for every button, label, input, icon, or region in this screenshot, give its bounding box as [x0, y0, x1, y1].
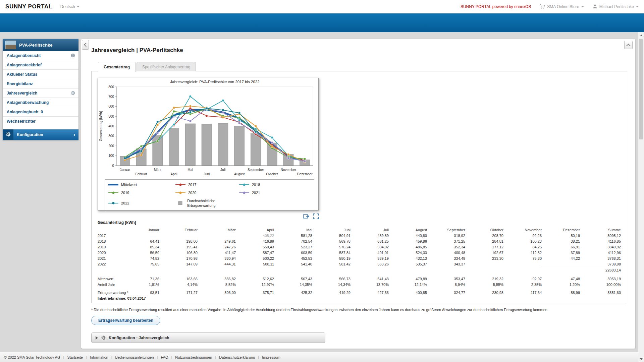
sunny-portal-logo[interactable]: SUNNY PORTAL: [5, 3, 52, 10]
table-cell: 71,36: [121, 276, 159, 282]
column-header: Juni: [312, 227, 351, 233]
svg-text:Jahresvergleich: PVA-Perlitsch: Jahresvergleich: PVA-Perlitschke von 201…: [170, 80, 259, 84]
legend-item-2019[interactable]: 2019: [108, 190, 175, 195]
legend-label: 2019: [121, 190, 129, 195]
table-cell: 3953,19: [580, 276, 621, 282]
column-header: [98, 227, 121, 233]
legend-item-2018[interactable]: 2018: [239, 182, 311, 187]
collapse-sidebar-button[interactable]: [82, 40, 89, 50]
table-cell: 163,66: [159, 276, 198, 282]
chart-legend: Mittelwert201720182019202020212022Durchs…: [105, 179, 314, 210]
sidebar-item-label: Jahresvergleich: [7, 91, 37, 96]
user-icon: [593, 4, 597, 10]
footer-link-impressum[interactable]: Impressum: [262, 355, 280, 359]
config-panel-toggle[interactable]: Konfiguration - Jahresvergleich: [91, 333, 325, 343]
table-cell: 74,82: [121, 255, 159, 261]
grand-total-row: 22683,14: [98, 267, 621, 273]
sidebar-item-anlagenüberwachung[interactable]: Anlagenüberwachung: [3, 98, 78, 107]
tab-spezifischer-anlagenertrag[interactable]: Spezifischer Anlagenertrag: [137, 62, 196, 71]
legend-item-mittelwert[interactable]: Mittelwert: [108, 182, 175, 187]
table-cell: 38,21: [542, 238, 580, 244]
footer-link-information[interactable]: Information: [90, 355, 108, 359]
footer-link-bedienungsanleitungen[interactable]: Bedienungsanleitungen: [115, 355, 154, 359]
scrollbar-thumb[interactable]: [639, 39, 643, 139]
plant-name: PVA-Perlitschke: [19, 43, 52, 48]
table-cell: 489,89: [351, 233, 389, 238]
svg-text:Gesamtertrag [kWh]: Gesamtertrag [kWh]: [99, 111, 103, 141]
sidebar-item-konfiguration[interactable]: Konfiguration ›: [3, 129, 78, 140]
collapse-left-icon: [84, 43, 88, 47]
table-cell: 587,47: [236, 250, 274, 255]
sidebar-item-wechselrichter[interactable]: Wechselrichter: [3, 117, 78, 126]
chevron-down-icon: [581, 6, 584, 7]
table-cell: 576,24: [312, 244, 351, 250]
sidebar-item-aktueller-status[interactable]: Aktueller Status: [3, 70, 78, 79]
table-cell: 550,43: [236, 244, 274, 250]
legend-label: 2022: [121, 201, 129, 205]
plant-header[interactable]: PVA-Perlitschke: [3, 39, 78, 51]
table-cell: 50,19: [542, 233, 580, 238]
store-label: SMA Online Store: [547, 4, 579, 9]
online-store-menu[interactable]: SMA Online Store: [540, 4, 584, 10]
legend-label: Durchschnittliche Ertragserwartung: [187, 198, 239, 208]
legend-item-durchschnittliche-ertragserwartung[interactable]: Durchschnittliche Ertragserwartung: [175, 198, 239, 208]
footer-link-faq[interactable]: FAQ: [161, 355, 168, 359]
user-menu[interactable]: Michael Perlitschke: [593, 4, 639, 10]
legend-label: Mittelwert: [121, 182, 137, 187]
table-cell: 177,12: [465, 244, 503, 250]
sidebar-item-anlagenlogbuch-0[interactable]: Anlagenlogbuch: 0: [3, 107, 78, 117]
legend-item-2017[interactable]: 2017: [175, 182, 239, 187]
table-row: 201985,34195,41247,76550,43523,27576,245…: [98, 244, 621, 250]
table-cell: 2020: [98, 250, 121, 255]
table-cell: 2019: [98, 244, 121, 250]
yield-table: JanuarFebruarMärzAprilMaiJuniJuliAugustS…: [98, 227, 621, 301]
table-cell: 539,19: [351, 255, 389, 261]
legend-item-2021[interactable]: 2021: [239, 190, 311, 195]
table-cell: 371,25: [427, 238, 465, 244]
table-cell: 1,20%: [542, 282, 580, 287]
language-selector[interactable]: Deutsch: [60, 4, 79, 9]
sidebar-item-energiebilanz[interactable]: Energiebilanz: [3, 79, 78, 88]
table-cell: 3768,31: [580, 255, 621, 261]
footer-link-startseite[interactable]: Startseite: [67, 355, 83, 359]
fullscreen-chart-icon[interactable]: [313, 214, 319, 221]
collapse-panel-button[interactable]: [624, 41, 633, 49]
svg-text:300: 300: [108, 134, 114, 138]
column-header: Februar: [159, 227, 198, 233]
tab-gesamtertrag[interactable]: Gesamtertrag: [98, 62, 136, 72]
table-cell: 419,29: [312, 290, 351, 295]
sidebar-item-anlagenübersicht[interactable]: Anlagenübersicht: [3, 51, 78, 60]
svg-text:September: September: [248, 168, 264, 172]
svg-text:April: April: [171, 172, 177, 176]
svg-text:600: 600: [108, 105, 114, 108]
footer-link-nutzungsbedingungen[interactable]: Nutzungsbedingungen: [175, 355, 212, 359]
scroll-down-icon[interactable]: [638, 356, 644, 362]
sidebar-item-jahresvergleich[interactable]: Jahresvergleich: [3, 88, 78, 98]
sidebar: PVA-Perlitschke AnlagenübersichtAnlagens…: [3, 39, 78, 140]
table-cell: 400,85: [389, 290, 427, 295]
column-header: Mai: [274, 227, 312, 233]
sidebar-item-label: Energiebilanz: [7, 81, 33, 86]
legend-item-2022[interactable]: 2022: [108, 198, 175, 208]
table-cell: 661,25: [351, 238, 389, 244]
scrollbar[interactable]: [638, 32, 644, 362]
table-cell: 318,92: [427, 233, 465, 238]
scroll-up-icon[interactable]: [638, 33, 644, 38]
table-cell: 66,91: [542, 244, 580, 250]
edit-expectation-button[interactable]: Ertragserwartung bearbeiten: [91, 316, 160, 325]
user-label: Michael Perlitschke: [599, 4, 634, 9]
svg-text:November: November: [281, 168, 297, 172]
table-row: Mittelwert71,36163,66336,82512,62567,435…: [98, 276, 621, 282]
table-cell: 416,89: [236, 238, 274, 244]
table-cell: 58,99: [542, 290, 580, 295]
table-cell: 425,32: [274, 290, 312, 295]
sidebar-item-label: Anlagensteckbrief: [7, 63, 42, 67]
table-cell: 284,81: [465, 238, 503, 244]
footer-link-datenschutzerklärung[interactable]: Datenschutzerklärung: [219, 355, 255, 359]
export-chart-icon[interactable]: [303, 214, 310, 221]
table-cell: 14,34%: [312, 282, 351, 287]
sidebar-item-label: Anlagenübersicht: [7, 53, 41, 58]
legend-item-2020[interactable]: 2020: [175, 190, 239, 195]
table-title: Gesamtertrag [kWh]: [98, 220, 136, 225]
sidebar-item-anlagensteckbrief[interactable]: Anlagensteckbrief: [3, 60, 78, 70]
